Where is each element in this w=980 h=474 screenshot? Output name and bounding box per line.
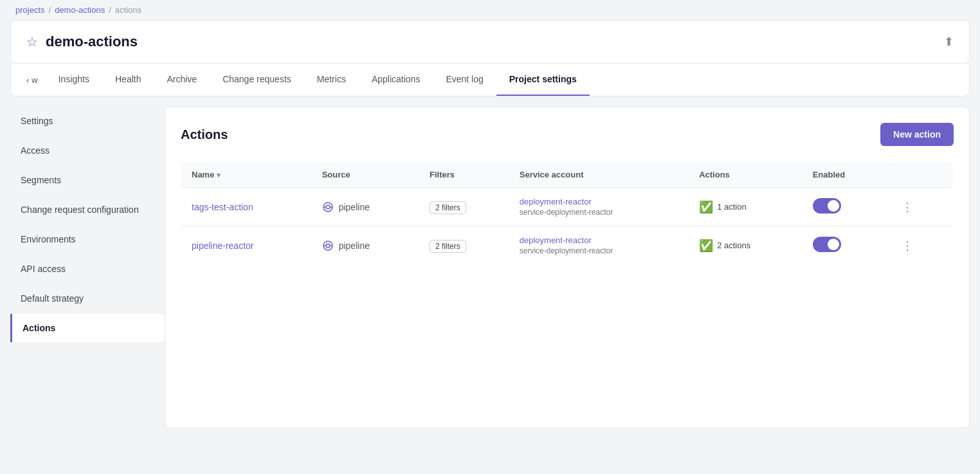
tab-archive[interactable]: Archive bbox=[154, 64, 210, 96]
table-row: pipeline-reactor bbox=[181, 226, 954, 265]
col-filters: Filters bbox=[419, 162, 509, 188]
tab-applications[interactable]: Applications bbox=[359, 64, 433, 96]
row2-filters-badge[interactable]: 2 filters bbox=[430, 240, 466, 253]
breadcrumb-projects[interactable]: projects bbox=[15, 5, 45, 15]
row2-enabled-cell bbox=[803, 226, 886, 265]
col-source: Source bbox=[312, 162, 419, 188]
breadcrumb-demo-actions[interactable]: demo-actions bbox=[55, 5, 105, 15]
row1-service-account-link[interactable]: deployment-reactor bbox=[520, 197, 678, 206]
row1-service-account-sub: service-deployment-reactor bbox=[520, 208, 678, 217]
check-circle-icon: ✅ bbox=[699, 200, 713, 214]
row1-actions-count: 1 action bbox=[717, 202, 747, 212]
col-name: Name ▾ bbox=[181, 162, 312, 188]
row2-menu-cell: ⋮ bbox=[886, 226, 954, 265]
table-row: tags-test-action bbox=[181, 188, 954, 226]
breadcrumb: projects / demo-actions / actions bbox=[0, 0, 980, 20]
star-icon[interactable]: ☆ bbox=[26, 34, 38, 50]
breadcrumb-actions: actions bbox=[115, 5, 141, 15]
row1-toggle[interactable] bbox=[813, 198, 841, 214]
breadcrumb-sep1: / bbox=[49, 5, 51, 15]
project-header-left: ☆ demo-actions bbox=[26, 33, 138, 50]
actions-header: Actions New action bbox=[181, 123, 954, 146]
sidebar-item-settings[interactable]: Settings bbox=[10, 107, 165, 135]
table-header-row: Name ▾ Source Filters Service account Ac… bbox=[181, 162, 954, 188]
actions-table: Name ▾ Source Filters Service account Ac… bbox=[181, 161, 954, 265]
tab-back-label: w bbox=[32, 75, 37, 85]
row1-three-dot-menu[interactable]: ⋮ bbox=[896, 198, 918, 216]
content-area: Actions New action Name ▾ Source Filters… bbox=[165, 107, 970, 428]
row1-source-cell: pipeline bbox=[312, 188, 419, 226]
tab-event-log[interactable]: Event log bbox=[433, 64, 496, 96]
row1-action-link[interactable]: tags-test-action bbox=[192, 202, 253, 212]
row2-name-cell: pipeline-reactor bbox=[181, 226, 312, 265]
sidebar-item-change-request-config[interactable]: Change request configuration bbox=[10, 196, 165, 224]
col-enabled: Enabled bbox=[803, 162, 886, 188]
row1-menu-cell: ⋮ bbox=[886, 188, 954, 226]
tab-insights[interactable]: Insights bbox=[46, 64, 102, 96]
sidebar-item-environments[interactable]: Environments bbox=[10, 225, 165, 253]
row2-toggle[interactable] bbox=[813, 237, 841, 252]
row2-action-link[interactable]: pipeline-reactor bbox=[192, 241, 254, 251]
upload-icon[interactable]: ⬆ bbox=[944, 35, 954, 49]
row2-filters-cell: 2 filters bbox=[419, 226, 509, 265]
row1-actions-count-cell: ✅ 1 action bbox=[689, 188, 802, 226]
pipeline-icon bbox=[322, 240, 334, 251]
breadcrumb-sep2: / bbox=[109, 5, 111, 15]
sidebar: Settings Access Segments Change request … bbox=[10, 107, 165, 428]
new-action-button[interactable]: New action bbox=[880, 123, 954, 146]
col-menu bbox=[886, 162, 954, 188]
col-service-account: Service account bbox=[509, 162, 689, 188]
project-title: demo-actions bbox=[46, 33, 138, 50]
tab-metrics[interactable]: Metrics bbox=[304, 64, 359, 96]
actions-section-title: Actions bbox=[181, 127, 228, 142]
row2-source-cell: pipeline bbox=[312, 226, 419, 265]
check-circle-icon: ✅ bbox=[699, 239, 713, 253]
tab-health[interactable]: Health bbox=[102, 64, 154, 96]
svg-point-5 bbox=[326, 244, 330, 248]
pipeline-icon bbox=[322, 201, 334, 213]
row2-actions-count: 2 actions bbox=[717, 241, 750, 250]
sidebar-item-access[interactable]: Access bbox=[10, 136, 165, 165]
svg-point-1 bbox=[326, 205, 330, 209]
row2-service-account-link[interactable]: deployment-reactor bbox=[520, 235, 678, 245]
row1-source-label: pipeline bbox=[339, 202, 370, 212]
row1-service-account-cell: deployment-reactor service-deployment-re… bbox=[509, 188, 689, 226]
project-header: ☆ demo-actions ⬆ bbox=[10, 20, 970, 64]
chevron-left-icon: ‹ bbox=[26, 75, 29, 85]
sidebar-item-actions[interactable]: Actions bbox=[10, 314, 165, 342]
sort-arrow-icon[interactable]: ▾ bbox=[217, 171, 221, 179]
col-actions: Actions bbox=[689, 162, 802, 188]
main-layout: Settings Access Segments Change request … bbox=[10, 107, 970, 428]
row1-filters-cell: 2 filters bbox=[419, 188, 509, 226]
row2-service-account-cell: deployment-reactor service-deployment-re… bbox=[509, 226, 689, 265]
tab-change-requests[interactable]: Change requests bbox=[210, 64, 304, 96]
row2-three-dot-menu[interactable]: ⋮ bbox=[896, 237, 918, 255]
sidebar-item-api-access[interactable]: API access bbox=[10, 255, 165, 283]
row1-name-cell: tags-test-action bbox=[181, 188, 312, 226]
row2-source-label: pipeline bbox=[339, 241, 370, 251]
sidebar-item-default-strategy[interactable]: Default strategy bbox=[10, 284, 165, 313]
tab-back-button[interactable]: ‹ w bbox=[19, 65, 46, 95]
row2-actions-count-cell: ✅ 2 actions bbox=[689, 226, 802, 265]
sidebar-item-segments[interactable]: Segments bbox=[10, 166, 165, 194]
row2-service-account-sub: service-deployment-reactor bbox=[520, 246, 678, 255]
tabs-container: ‹ w Insights Health Archive Change reque… bbox=[10, 64, 970, 96]
row1-enabled-cell bbox=[803, 188, 886, 226]
tab-project-settings[interactable]: Project settings bbox=[496, 64, 590, 96]
row1-filters-badge[interactable]: 2 filters bbox=[430, 201, 466, 214]
